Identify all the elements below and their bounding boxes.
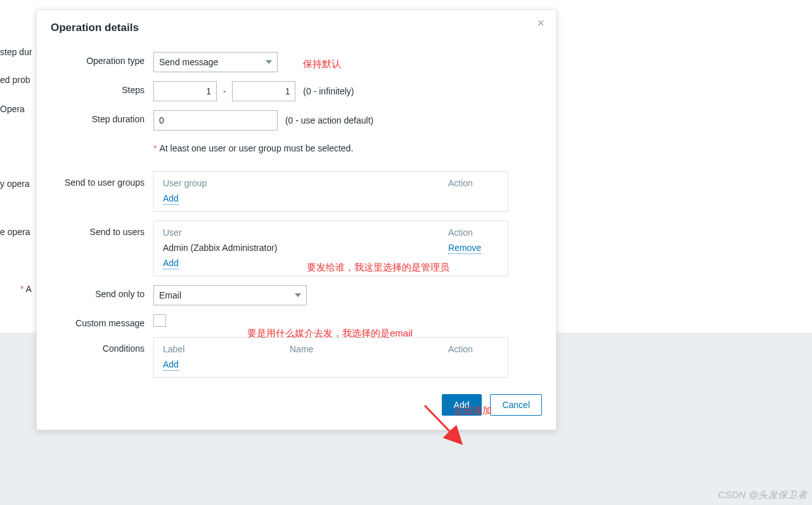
col-user-group: User group bbox=[163, 178, 448, 188]
table-row: Admin (Zabbix Administrator) Remove bbox=[163, 243, 499, 253]
col-action: Action bbox=[448, 227, 499, 238]
asterisk-icon: * bbox=[20, 284, 23, 294]
label-steps: Steps bbox=[51, 81, 153, 95]
label-step-duration: Step duration bbox=[51, 110, 153, 124]
bg-text: Opera bbox=[0, 104, 25, 114]
label-send-only-to: Send only to bbox=[51, 285, 153, 299]
step-duration-input[interactable] bbox=[153, 110, 278, 131]
watermark: CSDN @头发保卫者 bbox=[718, 489, 807, 501]
modal-title: Operation details bbox=[51, 22, 542, 34]
steps-to-input[interactable] bbox=[232, 81, 295, 101]
user-groups-table: User group Action Add bbox=[153, 171, 508, 212]
bg-text: * A bbox=[20, 284, 32, 294]
label-custom-message: Custom message bbox=[51, 314, 153, 328]
add-button[interactable]: Add bbox=[442, 394, 482, 416]
col-label: Label bbox=[163, 344, 290, 354]
label-send-to-users: Send to users bbox=[51, 221, 153, 237]
modal-actions: Add Cancel bbox=[51, 394, 542, 416]
step-duration-hint: (0 - use action default) bbox=[285, 115, 373, 125]
required-note-text: At least one user or user group must be … bbox=[159, 143, 353, 153]
required-note: *At least one user or user group must be… bbox=[153, 143, 542, 153]
conditions-table: Label Name Action Add bbox=[153, 337, 508, 378]
col-name: Name bbox=[290, 344, 448, 354]
close-icon[interactable]: × bbox=[534, 16, 547, 29]
col-user: User bbox=[163, 227, 448, 238]
users-add-link[interactable]: Add bbox=[163, 258, 179, 269]
steps-hint: (0 - infinitely) bbox=[303, 86, 354, 96]
operation-type-select[interactable]: Send message bbox=[153, 52, 278, 72]
send-only-to-select[interactable]: Email bbox=[153, 285, 307, 305]
conditions-add-link[interactable]: Add bbox=[163, 359, 179, 371]
label-send-to-user-groups: Send to user groups bbox=[51, 171, 153, 188]
col-action: Action bbox=[448, 344, 499, 354]
label-conditions: Conditions bbox=[51, 337, 153, 354]
col-action: Action bbox=[448, 178, 499, 188]
bg-text-fragment: A bbox=[26, 284, 32, 294]
cancel-button[interactable]: Cancel bbox=[490, 394, 542, 416]
users-table: User Action Admin (Zabbix Administrator)… bbox=[153, 221, 508, 276]
custom-message-checkbox[interactable] bbox=[153, 314, 166, 327]
bg-text: y opera bbox=[0, 179, 30, 189]
user-name: Admin (Zabbix Administrator) bbox=[163, 243, 448, 253]
asterisk-icon: * bbox=[153, 143, 157, 153]
bg-text: ed prob bbox=[0, 75, 30, 85]
operation-details-modal: × Operation details Operation type Send … bbox=[36, 10, 557, 430]
dash-separator: - bbox=[223, 86, 226, 96]
bg-text: e opera bbox=[0, 227, 30, 237]
bg-text: step dur bbox=[0, 47, 32, 57]
user-remove-link[interactable]: Remove bbox=[448, 243, 481, 254]
steps-from-input[interactable] bbox=[153, 81, 217, 101]
user-groups-add-link[interactable]: Add bbox=[163, 193, 179, 205]
label-operation-type: Operation type bbox=[51, 52, 153, 66]
